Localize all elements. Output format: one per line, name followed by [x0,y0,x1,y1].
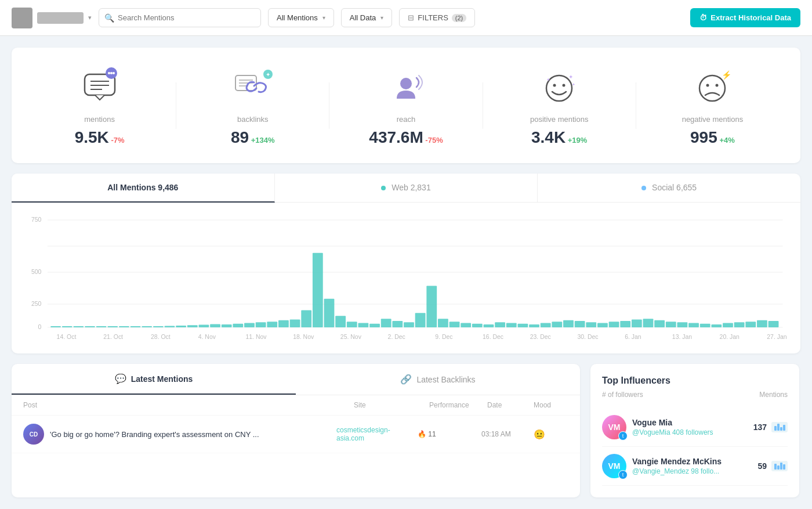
svg-rect-74 [324,299,335,327]
svg-point-5 [108,72,110,74]
extract-clock-icon: ⏱ [699,13,707,22]
svg-rect-110 [734,322,745,327]
svg-point-7 [113,72,115,74]
mini-bar [777,465,780,470]
svg-rect-73 [313,253,323,327]
filter-icon: ⊟ [408,13,414,22]
svg-rect-66 [233,324,243,327]
reach-value: 437.6M [369,128,423,146]
positive-value: 3.4K [531,128,566,146]
influencer-name-1: Vangie Mendez McKins [632,457,722,466]
svg-text:11. Nov: 11. Nov [245,334,267,340]
svg-rect-95 [563,320,574,327]
tab-latest-mentions[interactable]: 💬 Latest Mentions [12,364,296,395]
col-performance: Performance [429,401,487,409]
mini-bar [783,464,785,470]
mini-bar [774,426,777,431]
svg-rect-102 [643,319,654,327]
influencer-avatar-wrap-0: VM t [602,415,626,439]
svg-rect-51 [62,326,72,327]
svg-text:21. Oct: 21. Oct [103,334,123,340]
search-input[interactable] [99,8,261,27]
backlinks-value: 89 [231,128,249,146]
data-dropdown-label: All Data [350,13,376,22]
positive-mentions-icon: ✦ ✦ ✦ [538,66,580,108]
extract-historical-button[interactable]: ⏱ Extract Historical Data [690,8,800,27]
svg-rect-96 [575,321,585,327]
tab-web[interactable]: Web 2,831 [275,174,538,202]
svg-rect-63 [199,325,209,327]
svg-rect-62 [187,325,198,327]
positive-change: +19% [568,136,588,145]
tab-all-mentions[interactable]: All Mentions 9,486 [12,174,275,203]
tab-social[interactable]: Social 6,655 [538,174,800,202]
svg-point-17 [563,84,566,87]
influencer-handle-0: @VogueMia 408 followers [632,428,713,436]
mention-performance: 🔥 11 [418,430,476,438]
svg-text:0: 0 [38,324,42,330]
svg-rect-113 [768,321,779,327]
svg-text:4. Nov: 4. Nov [198,334,216,340]
bottom-section: 💬 Latest Mentions 🔗 Latest Backlinks Pos… [12,364,800,497]
svg-rect-69 [267,322,277,327]
svg-rect-77 [358,323,369,327]
brand-chevron-icon[interactable]: ▾ [88,14,92,21]
backlinks-icon-area: ✦ [230,64,276,110]
svg-rect-98 [597,323,608,327]
filters-button[interactable]: ⊟ FILTERS (2) [399,8,475,27]
latest-mentions-label: Latest Mentions [131,374,193,384]
svg-text:30. Dec: 30. Dec [577,334,598,340]
search-wrapper: 🔍 [99,8,261,27]
influencer-mini-chart-0 [771,422,788,432]
data-dropdown[interactable]: All Data ▾ [341,8,393,27]
svg-text:✦: ✦ [546,77,550,82]
tab-latest-backlinks[interactable]: 🔗 Latest Backlinks [296,364,580,395]
svg-rect-108 [711,324,722,327]
reach-label: reach [397,115,416,124]
svg-rect-103 [654,320,665,327]
svg-rect-83 [426,286,437,327]
mentions-icon [79,66,121,108]
mentions-value: 9.5K [75,128,109,146]
influencer-row-0: VM t Vogue Mia @VogueMia 408 followers 1… [602,408,788,447]
backlinks-icon: ✦ [232,66,274,108]
svg-rect-89 [495,322,505,327]
svg-rect-91 [518,324,528,327]
negative-icon-area: ⚡ [689,64,735,110]
mentions-dropdown[interactable]: All Mentions ▾ [268,8,334,27]
latest-backlinks-icon: 🔗 [400,374,412,385]
svg-rect-65 [222,324,232,327]
filters-count-badge: (2) [452,14,466,22]
influencer-left-0: VM t Vogue Mia @VogueMia 408 followers [602,415,713,439]
mention-post-info: CD 'Go big or go home'? Branding expert'… [23,424,331,445]
mention-mood: 😐 [534,429,568,440]
svg-rect-52 [73,326,84,327]
influencer-handle-1: @Vangie_Mendez 98 follo... [632,467,722,475]
reach-icon-area [383,64,429,110]
svg-rect-106 [688,323,699,327]
svg-text:18. Nov: 18. Nov [293,334,314,340]
mini-bar [780,427,782,431]
svg-rect-100 [620,321,630,327]
influencer-row-1: VM t Vangie Mendez McKins @Vangie_Mendez… [602,447,788,486]
svg-rect-92 [529,324,539,327]
brand-name [37,12,84,24]
social-tab-label: Social 6,655 [652,183,697,192]
svg-rect-55 [107,326,118,327]
svg-rect-58 [142,326,152,327]
svg-rect-80 [392,321,403,327]
mention-title: 'Go big or go home'? Branding expert's a… [50,430,259,439]
svg-point-23 [716,84,719,87]
svg-rect-87 [472,324,483,327]
svg-rect-81 [404,322,414,327]
brand-area: ▾ [12,8,92,28]
svg-text:20. Jan: 20. Jan [720,334,740,340]
svg-rect-70 [278,320,289,327]
web-tab-label: Web 2,831 [392,183,430,192]
mentions-icon-area [77,64,123,110]
svg-point-22 [706,84,709,87]
influencer-info-0: Vogue Mia @VogueMia 408 followers [632,418,713,436]
backlinks-change: +134% [251,136,275,145]
extract-label: Extract Historical Data [710,13,791,22]
stat-reach: reach 437.6M -75% [329,64,482,147]
